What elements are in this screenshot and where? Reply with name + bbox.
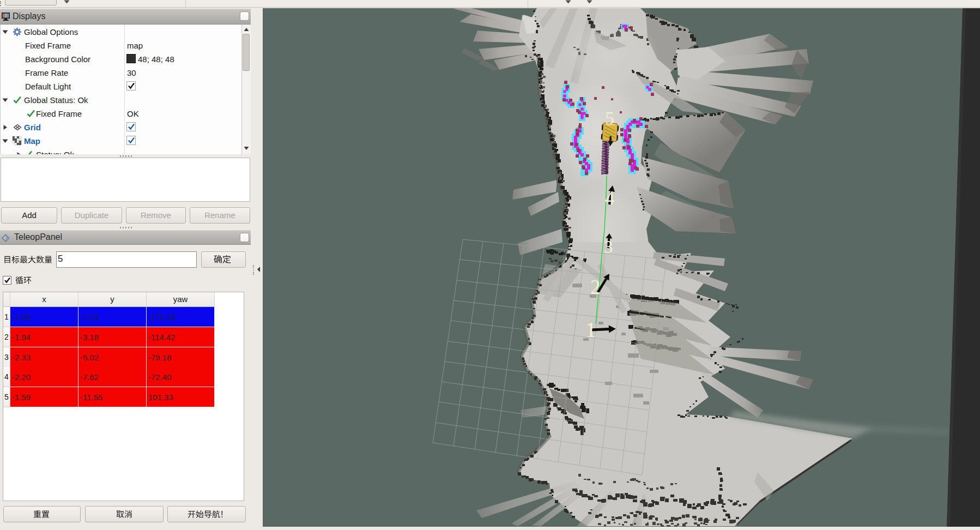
- svg-text:4: 4: [605, 188, 615, 209]
- svg-text:2: 2: [590, 276, 601, 298]
- svg-text:3: 3: [604, 237, 613, 257]
- svg-text:1: 1: [585, 317, 596, 342]
- svg-text:!: !: [221, 510, 223, 519]
- svg-text:5: 5: [605, 108, 614, 128]
